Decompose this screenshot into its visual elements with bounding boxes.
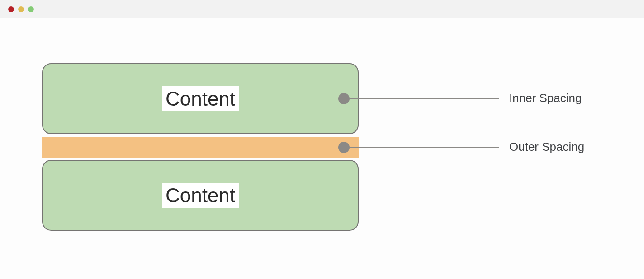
content-label-bottom: Content <box>162 183 239 208</box>
close-icon[interactable] <box>8 6 14 12</box>
zoom-icon[interactable] <box>28 6 34 12</box>
callout-line-inner <box>350 98 499 99</box>
content-box-bottom: Content <box>42 160 359 231</box>
callout-label-inner: Inner Spacing <box>509 91 582 105</box>
diagram-canvas: Content Content Inner Spacing Outer Spac… <box>0 18 644 279</box>
minimize-icon[interactable] <box>18 6 24 12</box>
outer-spacing-bar <box>42 137 359 158</box>
callout-label-outer: Outer Spacing <box>509 140 584 154</box>
callout-line-outer <box>350 147 499 148</box>
callout-dot-outer <box>338 142 350 153</box>
content-label-top: Content <box>162 86 239 111</box>
window-titlebar <box>0 0 644 18</box>
callout-dot-inner <box>338 93 350 104</box>
content-box-top: Content <box>42 63 359 134</box>
